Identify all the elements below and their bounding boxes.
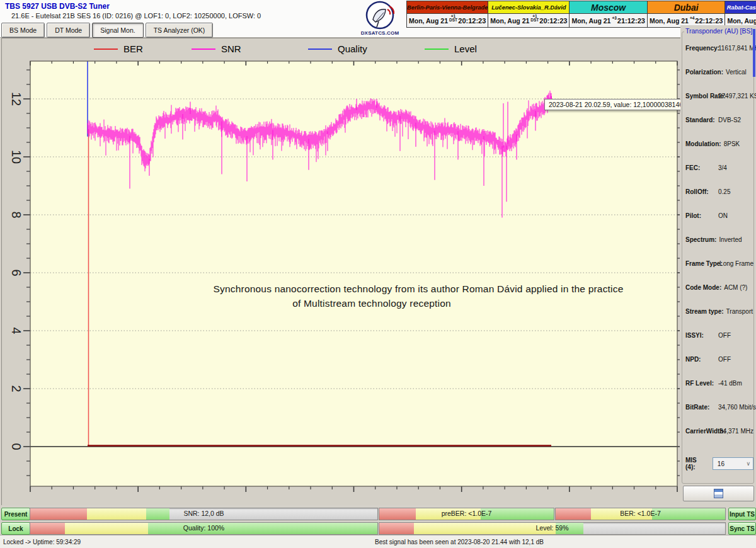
scrollbar-thumb[interactable] [753, 29, 755, 77]
clock-city-label: Berlin-Paris-Vienna-Belgrade [407, 1, 488, 14]
field-value: Inverted [719, 236, 742, 243]
lock-button[interactable]: Lock [1, 522, 30, 535]
input-ts-button[interactable]: Input TS [728, 508, 756, 520]
field-row: ISSYI:OFF [682, 332, 753, 356]
legend-snr-line-swatch [192, 49, 215, 50]
clock-city-label: Rabat-Casablanca-London [725, 1, 756, 14]
field-label: Spectrum: [685, 236, 716, 243]
transponder-panel: Transponder (AU) [BS] Frequency:11617,84… [680, 25, 756, 537]
field-row: Pilot:ON [682, 212, 753, 236]
field-row: RollOff:0.25 [682, 188, 753, 212]
legend-label: SNR [221, 43, 241, 54]
chart-annotation-line2: of Multistream technology reception [117, 298, 627, 309]
field-label: Code Mode: [685, 284, 721, 291]
field-value: 0.25 [718, 188, 730, 195]
field-row: Code Mode:ACM (?) [682, 284, 753, 308]
field-value: 8PSK [724, 140, 740, 147]
clock-date: Mon, Aug 21 [571, 17, 610, 25]
field-value: DVB-S2 [718, 117, 741, 123]
legend-item-snr: SNR [192, 43, 241, 54]
field-value: ACM (?) [724, 284, 747, 291]
field-row: RF Level:-41 dBm [682, 380, 753, 404]
clock-offset-value: +4 [690, 16, 694, 20]
preber-progress-bar: preBER: <1.0E-7 [379, 508, 554, 520]
field-row: Frequency:11617,841 MHz [682, 45, 753, 69]
clock-utc-offset: +4 [690, 16, 694, 20]
satellite-dish-icon [360, 0, 400, 31]
present-button[interactable]: Present [1, 508, 30, 520]
legend-item-quality: Quality [308, 43, 367, 54]
legend-level-line-swatch [425, 49, 449, 50]
field-row: FEC:3/4 [682, 164, 753, 188]
svg-text:2: 2 [9, 385, 23, 392]
transponder-fields: Frequency:11617,841 MHzPolarization:Vert… [682, 45, 753, 452]
mis-row: MIS (4): 16 ∨ [682, 457, 753, 471]
field-label: Standard: [685, 117, 716, 123]
clock-city-label: Dubai [648, 1, 725, 14]
clock-city-label: Lučenec-Slovakia_R.Dávid [488, 1, 569, 14]
clock-panel: DubaiMon, Aug 21+422:12:23 [647, 1, 726, 28]
clock-time-row: Mon, Aug 21+1DST20:12:23 [488, 14, 569, 27]
field-row: Polarization:Vertical [682, 69, 753, 93]
ber-progress-bar: BER: <1.0E-7 [555, 508, 726, 520]
transponder-title: Transponder (AU) [BS] [684, 27, 753, 35]
field-row: NPD:OFF [682, 356, 753, 380]
chart-legend: BERSNRQualityLevel [2, 38, 681, 59]
clock-time-value: 21:12:23 [617, 17, 645, 25]
field-label: Stream type: [685, 308, 724, 315]
field-label: Polarization: [685, 69, 723, 76]
clock-date: Mon, Aug 21 [650, 17, 689, 25]
field-label: Frequency: [685, 45, 716, 52]
legend-label: Level [454, 43, 477, 54]
field-value: 11617,841 MHz [718, 45, 756, 52]
legend-quality-line-swatch [308, 49, 332, 50]
field-value: OFF [718, 332, 731, 339]
transponder-groupbox: Transponder (AU) [BS] Frequency:11617,84… [682, 31, 754, 484]
field-value: -41 dBm [718, 380, 742, 387]
lock-uptime-status: Locked -> Uptime: 59:34:29 [3, 539, 81, 545]
field-row: Symbol Rate:27497,321 KS/s [682, 93, 753, 117]
mis-label: MIS (4): [685, 457, 707, 471]
tab-signal-mon-[interactable]: Signal Mon. [92, 23, 143, 38]
clock-city-label: Moscow [570, 1, 647, 14]
legend-label: BER [123, 43, 143, 54]
snr-progress-bar: SNR: 12,0 dB [30, 508, 378, 520]
transport-stream-button[interactable] [683, 486, 754, 501]
tab-dt-mode[interactable]: DT Mode [47, 23, 90, 38]
clock-panel: MoscowMon, Aug 21+321:12:23 [569, 1, 648, 28]
chevron-down-icon: ∨ [746, 460, 750, 467]
field-value: 27497,321 KS/s [718, 93, 756, 100]
field-row: CarrierWidth:34,371 MHz [682, 428, 753, 452]
field-value: 3/4 [718, 164, 727, 171]
clock-dst-label: DST [449, 18, 457, 22]
logo-text: DXSATCS.COM [359, 30, 401, 36]
signal-plot[interactable]: 024681012 [2, 59, 680, 505]
legend-item-ber: BER [94, 43, 143, 54]
tuner-window: TBS 5927 USB DVB-S2 Tuner 21.6E - Eutels… [0, 0, 756, 548]
clock-date: Mon, Aug 21 [727, 17, 756, 25]
field-label: Pilot: [685, 212, 716, 219]
field-label: RollOff: [685, 188, 716, 195]
mis-selected-value: 16 [718, 460, 724, 467]
svg-text:8: 8 [9, 211, 23, 218]
status-bar: Locked -> Uptime: 59:34:29 Best signal h… [0, 535, 756, 548]
ber-bar-text: BER: <1.0E-7 [556, 508, 725, 519]
mis-dropdown[interactable]: 16 ∨ [713, 457, 753, 470]
quality-progress-bar: Quality: 100% [30, 522, 378, 535]
sync-ts-button[interactable]: Sync TS [728, 522, 756, 535]
level-progress-bar: Level: 59% [379, 522, 726, 535]
svg-text:4: 4 [9, 327, 23, 334]
field-label: Frame Type: [685, 260, 717, 267]
level-bar-text: Level: 59% [379, 523, 725, 534]
field-row: Spectrum:Inverted [682, 236, 753, 260]
clock-date: Mon, Aug 21 [409, 17, 448, 25]
field-label: FEC: [685, 164, 716, 171]
tab-bs-mode[interactable]: BS Mode [1, 23, 45, 38]
clock-time-value: 22:12:23 [695, 17, 723, 25]
field-value: OFF [718, 356, 731, 363]
header: TBS 5927 USB DVB-S2 Tuner 21.6E - Eutels… [0, 0, 756, 38]
clock-time-value: 20:12:23 [458, 17, 486, 25]
tab-ts-analyzer-ok-[interactable]: TS Analyzer (OK) [146, 23, 214, 38]
clock-panel: Lučenec-Slovakia_R.DávidMon, Aug 21+1DST… [488, 1, 570, 28]
clock-time-row: Mon, Aug 21+321:12:23 [570, 14, 647, 27]
